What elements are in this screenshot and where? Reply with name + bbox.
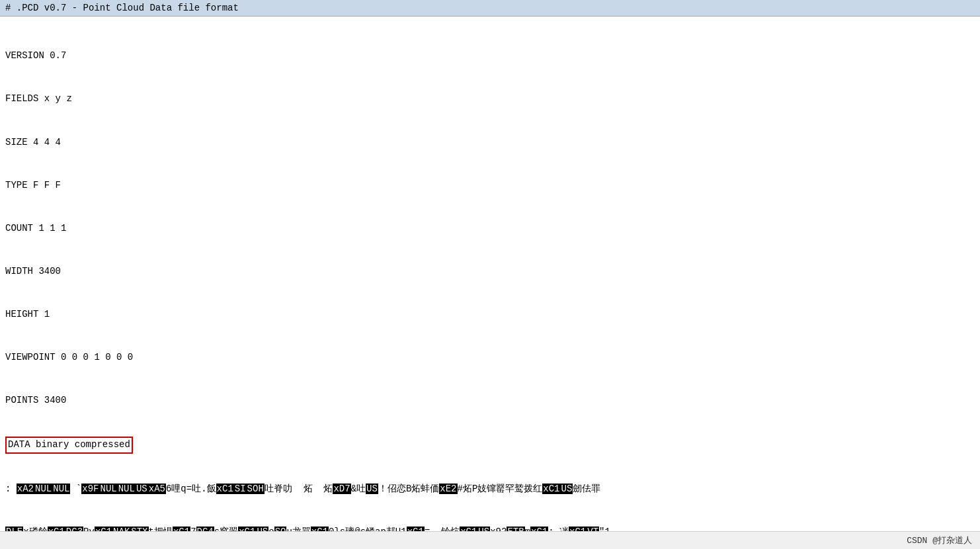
file-format-comment: # .PCD v0.7 - Point Cloud Data file form…	[5, 3, 239, 13]
code-area[interactable]: VERSION 0.7 FIELDS x y z SIZE 4 4 4 TYPE…	[0, 17, 980, 531]
size-line: SIZE 4 4 4	[5, 136, 975, 150]
width-line: WIDTH 3400	[5, 265, 975, 279]
height-line: HEIGHT 1	[5, 308, 975, 322]
footer-label: CSDN @打杂道人	[907, 536, 972, 546]
main-container: # .PCD v0.7 - Point Cloud Data file form…	[0, 0, 980, 549]
footer: CSDN @打杂道人	[0, 531, 980, 549]
fields-line: FIELDS x y z	[5, 92, 975, 106]
version-line: VERSION 0.7	[5, 49, 975, 63]
top-bar: # .PCD v0.7 - Point Cloud Data file form…	[0, 0, 980, 17]
data-binary-label: DATA binary compressed	[5, 437, 133, 454]
data-line: DATA binary compressed	[5, 437, 975, 454]
count-line: COUNT 1 1 1	[5, 222, 975, 236]
viewpoint-line: VIEWPOINT 0 0 0 1 0 0 0	[5, 351, 975, 365]
type-line: TYPE F F F	[5, 179, 975, 193]
points-line: POINTS 3400	[5, 394, 975, 408]
binary-data-2: DLEx磷餘xC1DC3PvxC1NAKSTXt把惧xC17DC4s窠翠xC1U…	[5, 525, 975, 531]
binary-data-1: : xA2NULNUL `x9FNULNULUSxA56哩q=吐.飯xC1SIS…	[5, 482, 975, 497]
